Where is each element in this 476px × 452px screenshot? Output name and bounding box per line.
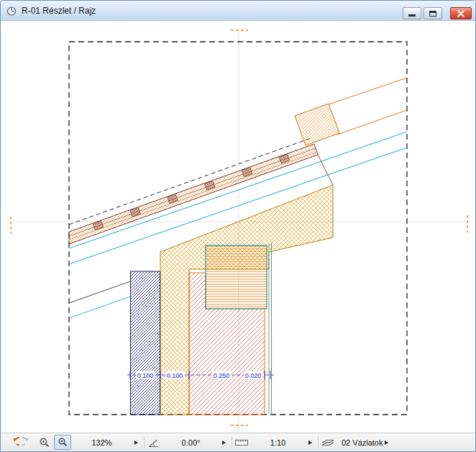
timber-beam[interactable] [206,245,267,309]
scale-value[interactable]: 1:10 [250,438,306,447]
scale-flyout-arrow[interactable] [308,440,312,445]
maximize-button[interactable] [424,7,442,19]
rotation-group: 0.00° [146,433,234,451]
layer-flyout-arrow[interactable] [385,440,388,445]
dimension-label[interactable]: 0.100 [137,372,154,379]
angle-icon [147,437,160,448]
scale-group: 1:10 [234,433,320,451]
zoom-flyout-arrow[interactable] [134,440,138,445]
plaster-column-navy[interactable] [131,271,160,415]
window-title: R-01 Részlet / Rajz [22,6,96,16]
previous-view-button[interactable] [5,435,21,451]
minimize-icon [408,14,416,17]
separator [232,437,232,448]
detail-drawing[interactable]: 0.100 0.100 0.250 0.020 [1,21,476,434]
drawing-marker-icon [6,5,17,17]
next-view-button[interactable] [21,435,37,451]
roof-strip-end-connector [318,155,333,185]
curb-line-lower[interactable] [337,110,407,135]
rotation-flyout-arrow[interactable] [222,440,226,445]
zoom-tool-icon [58,437,68,448]
zoom-tool-button[interactable] [54,435,71,450]
curb-body[interactable] [295,104,339,145]
minimize-button[interactable] [403,7,421,19]
statusbar: 132% 0.00° 1:10 [1,433,475,451]
layer-value[interactable]: 02 Vázlatok [342,438,383,447]
rotation-value[interactable]: 0.00° [162,438,220,447]
drawing-canvas[interactable]: 0.100 0.100 0.250 0.020 [1,21,476,434]
undo-view-icon [6,437,19,448]
zoom-in-button[interactable] [37,435,52,451]
separator [318,437,319,448]
separator [144,437,145,448]
dimension-label[interactable]: 0.250 [214,372,230,379]
detail-drawing-window: R-01 Részlet / Rajz [0,0,476,452]
scale-button[interactable] [234,435,250,451]
zoom-in-icon [39,437,50,448]
layer-group: 02 Vázlatok [320,433,471,451]
zoom-value[interactable]: 132% [71,438,132,447]
close-button[interactable] [450,7,472,19]
dimension-label[interactable]: 0.100 [167,372,183,379]
layers-icon [321,437,335,448]
maximize-icon [429,11,436,17]
titlebar[interactable]: R-01 Részlet / Rajz [1,1,475,21]
dimension-label[interactable]: 0.020 [245,372,262,379]
ruler-icon [234,437,249,448]
ridge-curb-piece[interactable] [295,78,407,145]
rotation-button[interactable] [146,435,162,451]
close-icon [457,10,465,17]
layer-button[interactable] [320,435,336,451]
zoom-group: 132% [5,433,146,451]
curb-line-upper[interactable] [329,78,407,104]
redo-view-icon [22,437,35,448]
